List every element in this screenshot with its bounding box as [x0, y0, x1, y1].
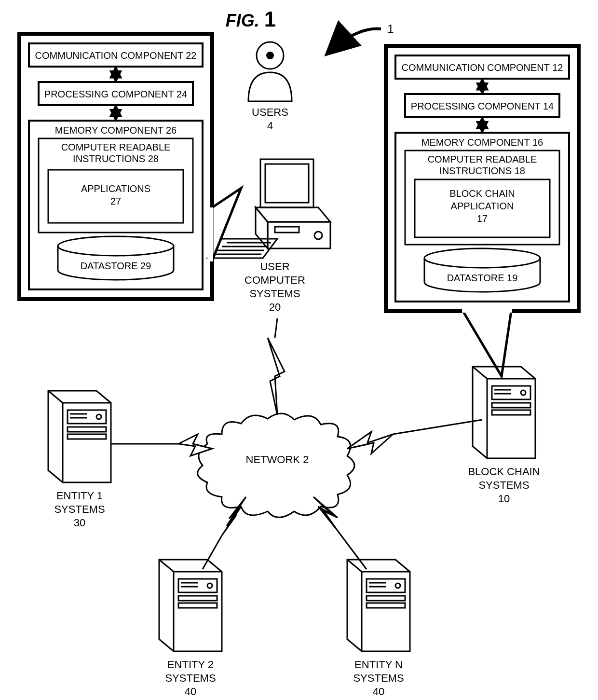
svg-point-8: [58, 236, 174, 256]
user-computer-l1: USER: [260, 261, 289, 273]
user-system-detail-box: COMMUNICATION COMPONENT 22 PROCESSING CO…: [19, 34, 212, 299]
entityN-l1: ENTITY N: [354, 659, 403, 671]
mem-component-26: MEMORY COMPONENT 26: [55, 125, 177, 136]
svg-point-54: [395, 583, 400, 588]
network-label: NETWORK 2: [246, 453, 309, 466]
user-computer-l2: COMPUTER: [245, 274, 305, 286]
cri-18-l1: COMPUTER READABLE: [428, 154, 537, 165]
cri-18-l2: INSTRUCTIONS 18: [439, 165, 525, 176]
svg-line-30: [393, 420, 482, 434]
blockchain-system-detail-box: COMMUNICATION COMPONENT 12 PROCESSING CO…: [386, 46, 579, 311]
applications-num: 27: [110, 196, 121, 206]
user-computer-l3: SYSTEMS: [249, 288, 300, 300]
datastore-29: DATASTORE 29: [81, 261, 151, 271]
user-computer-num: 20: [269, 301, 281, 313]
svg-rect-56: [367, 603, 405, 608]
svg-rect-39: [492, 386, 530, 399]
entity1-l2: SYSTEMS: [54, 503, 105, 515]
svg-rect-44: [492, 410, 530, 415]
svg-line-28: [275, 318, 277, 338]
proc-component-14: PROCESSING COMPONENT 14: [411, 101, 554, 111]
applications-label: APPLICATIONS: [81, 183, 150, 194]
entityN-num: 40: [373, 686, 384, 698]
entity1-num: 30: [74, 517, 85, 529]
blockchain-app-l2: APPLICATION: [451, 201, 514, 211]
mem-component-16: MEMORY COMPONENT 16: [421, 137, 543, 148]
cri-28-l2: INSTRUCTIONS 28: [73, 153, 159, 164]
network-links: [111, 318, 482, 569]
entity2-server-icon: [159, 560, 222, 651]
entity1-server-icon: [48, 391, 111, 482]
blockchain-app-num: 17: [477, 213, 488, 224]
svg-point-36: [96, 414, 101, 419]
figure-label: FIG. 1: [226, 7, 276, 31]
user-icon: [248, 42, 292, 101]
entityN-l2: SYSTEMS: [353, 672, 404, 684]
comm-component-12: COMMUNICATION COMPONENT 12: [402, 62, 563, 73]
svg-rect-38: [68, 434, 106, 439]
svg-rect-43: [492, 403, 530, 408]
blockchain-app-l1: BLOCK CHAIN: [449, 188, 515, 199]
entity2-l2: SYSTEMS: [165, 672, 216, 684]
svg-point-42: [521, 390, 526, 395]
users-num: 4: [267, 120, 273, 132]
figure-1: FIG. 1 1 COMMUNICATION COMPONENT 22 PROC…: [0, 0, 598, 700]
entity2-num: 40: [185, 686, 196, 698]
svg-point-19: [266, 52, 274, 59]
svg-point-17: [424, 248, 540, 268]
entityN-server-icon: [347, 560, 410, 651]
comm-component-22: COMMUNICATION COMPONENT 22: [35, 50, 197, 61]
svg-rect-26: [207, 207, 213, 261]
reference-arrow: [328, 29, 381, 53]
svg-rect-49: [178, 596, 217, 601]
entity2-l1: ENTITY 2: [167, 659, 214, 671]
svg-rect-55: [367, 596, 405, 601]
blockchain-server-icon: [473, 367, 535, 458]
svg-point-21: [314, 232, 322, 239]
proc-component-24: PROCESSING COMPONENT 24: [44, 89, 187, 99]
svg-rect-20: [275, 227, 299, 233]
blockchain-num: 10: [498, 493, 510, 505]
blockchain-l2: SYSTEMS: [478, 479, 529, 491]
svg-rect-51: [367, 579, 405, 592]
svg-point-48: [207, 583, 212, 588]
svg-rect-37: [68, 427, 106, 432]
svg-rect-45: [178, 579, 217, 592]
entity1-l1: ENTITY 1: [56, 490, 103, 502]
blockchain-l1: BLOCK CHAIN: [468, 466, 540, 478]
svg-rect-33: [68, 410, 106, 424]
svg-rect-50: [178, 603, 217, 608]
cri-28-l1: COMPUTER READABLE: [61, 142, 171, 152]
users-label: USERS: [252, 106, 288, 118]
figure-ref: 1: [387, 22, 394, 35]
svg-rect-27: [462, 308, 512, 313]
datastore-19: DATASTORE 19: [447, 273, 518, 283]
